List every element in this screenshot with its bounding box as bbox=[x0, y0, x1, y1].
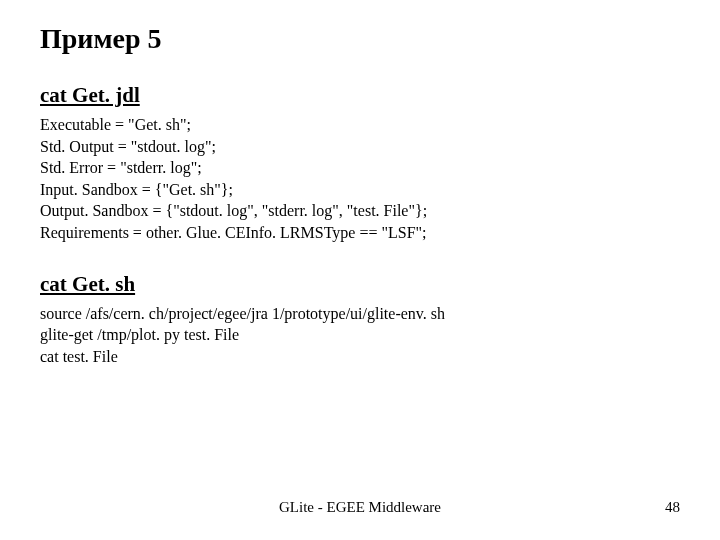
section-heading-sh: cat Get. sh bbox=[40, 272, 680, 297]
slide-page: Пример 5 cat Get. jdl Executable = "Get.… bbox=[0, 0, 720, 540]
page-title: Пример 5 bbox=[40, 24, 680, 55]
section-body-jdl: Executable = "Get. sh"; Std. Output = "s… bbox=[40, 114, 680, 244]
page-number: 48 bbox=[665, 499, 680, 516]
section-heading-jdl: cat Get. jdl bbox=[40, 83, 680, 108]
footer-text: GLite - EGEE Middleware bbox=[0, 499, 720, 516]
section-body-sh: source /afs/cern. ch/project/egee/jra 1/… bbox=[40, 303, 680, 368]
